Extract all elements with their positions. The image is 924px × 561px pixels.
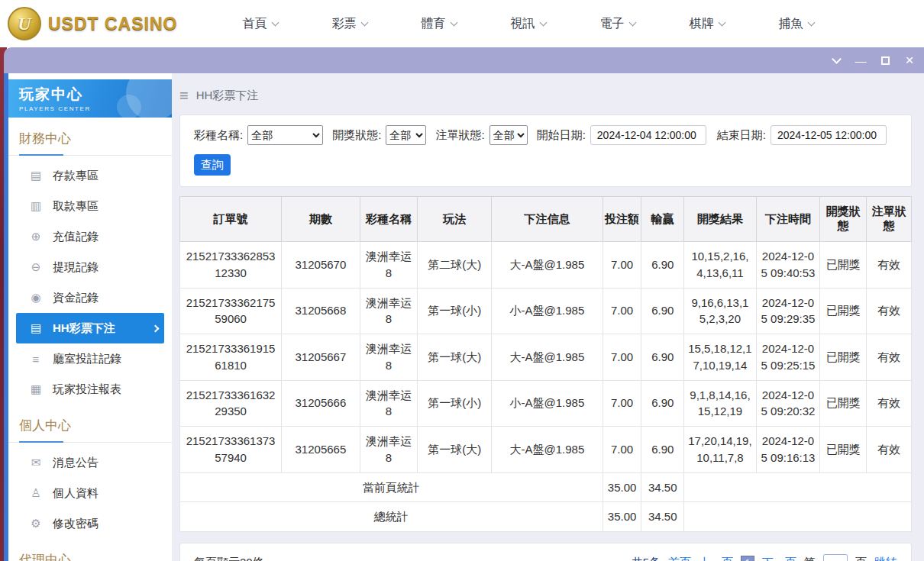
draw-status-select[interactable]: 全部 (386, 125, 426, 145)
table-cell: 9,1,8,14,16,15,12,19 (684, 380, 757, 427)
profile-icon: ♙ (28, 486, 44, 500)
summary-row: 總統計35.0034.50 (180, 502, 912, 532)
window-minimize-button[interactable]: — (854, 53, 867, 67)
jump-button[interactable]: 跳转 (874, 556, 897, 561)
table-cell: 第一球(小) (418, 380, 492, 427)
sidebar-item-label: HH彩票下注 (53, 321, 115, 336)
logo-text: USDT CASINO (48, 14, 177, 34)
table-row: 215217333616322935031205666澳洲幸运8第一球(小)小-… (180, 380, 912, 427)
cashout-record-icon: ⊖ (28, 260, 44, 274)
table-cell: 2024-12-05 09:16:13 (756, 427, 819, 473)
main-content: ≡ HH彩票下注 彩種名稱: 全部 開獎狀態: 全部 注單狀態: (172, 73, 924, 561)
bet-table-body: 215217333628531233031205670澳洲幸运8第二球(大)大-… (180, 242, 912, 532)
table-header-cell: 下注信息 (492, 197, 603, 242)
table-cell: 7.00 (603, 288, 641, 334)
sidebar-item-deposit[interactable]: ▤存款專區 (16, 160, 164, 191)
sidebar-item-cashout-record[interactable]: ⊖提現記錄 (16, 252, 164, 282)
nav-item-label: 棋牌 (689, 16, 713, 32)
table-cell: 7.00 (603, 334, 641, 381)
nav-item[interactable]: 電子 (573, 0, 662, 47)
logo[interactable]: U USDT CASINO (8, 7, 177, 40)
table-cell: 2152173336163229350 (180, 380, 282, 427)
table-cell: 6.90 (641, 334, 684, 381)
sidebar-item-label: 資金記錄 (53, 291, 99, 305)
nav-item-label: 彩票 (331, 16, 356, 32)
table-cell: 2024-12-05 09:29:35 (756, 288, 819, 334)
sidebar-sections: 財務中心▤存款專區▥取款專區⊕充值記錄⊖提現記錄◉資金記錄▤HH彩票下注≡廳室投… (8, 125, 172, 561)
filter-panel: 彩種名稱: 全部 開獎狀態: 全部 注單狀態: 全部 開始日期: (179, 114, 912, 187)
nav-item[interactable]: 視訊 (483, 0, 573, 47)
table-footer: 每頁顯示20條 共5条 首页 上一页 1 下一页 第 页 跳转 (179, 543, 912, 561)
logo-badge-icon: U (8, 7, 41, 40)
page-size-text: 每頁顯示20條 (194, 556, 264, 561)
table-cell: 17,20,14,19,10,11,7,8 (684, 427, 757, 473)
nav-item[interactable]: 彩票 (305, 0, 394, 47)
deposit-icon: ▤ (28, 169, 44, 182)
nav-item[interactable]: 首頁 (215, 0, 305, 47)
sidebar-item-profile[interactable]: ♙個人資料 (16, 478, 164, 508)
nav-item-label: 電子 (599, 16, 624, 32)
table-cell: 2152173336137357940 (180, 427, 282, 473)
table-cell: 已開獎 (820, 427, 867, 473)
end-date-input[interactable] (771, 125, 887, 145)
sidebar-item-announcements[interactable]: ✉消息公告 (16, 447, 164, 478)
table-header-cell: 玩法 (418, 197, 492, 242)
chevron-down-icon (629, 18, 637, 26)
menu-icon[interactable]: ≡ (179, 88, 189, 103)
sidebar-item-change-password[interactable]: ⚙修改密碼 (16, 508, 164, 539)
sidebar-item-lottery-bets[interactable]: ▤HH彩票下注 (16, 313, 164, 343)
sidebar-item-label: 廳室投註記錄 (53, 352, 121, 366)
table-header-cell: 訂單號 (180, 197, 282, 242)
sidebar-section-title: 代理中心 (8, 546, 172, 561)
sidebar-item-room-bets-record[interactable]: ≡廳室投註記錄 (16, 343, 164, 374)
nav-item[interactable]: 捕魚 (751, 0, 841, 47)
table-cell: 6.90 (641, 380, 684, 427)
table-row: 215217333628531233031205670澳洲幸运8第二球(大)大-… (180, 242, 912, 289)
sidebar-section: 個人中心✉消息公告♙個人資料⚙修改密碼 (8, 412, 172, 539)
window-body: 玩家中心 PLAYERS CENTER 財務中心▤存款專區▥取款專區⊕充值記錄⊖… (4, 73, 924, 561)
table-row: 215217333613735794031205665澳洲幸运8第一球(大)大-… (180, 427, 912, 473)
table-cell: 31205668 (282, 288, 360, 334)
sidebar-section-title: 財務中心 (8, 125, 172, 156)
next-page-link[interactable]: 下一页 (762, 556, 796, 561)
table-cell: 有效 (867, 288, 912, 334)
start-date-input[interactable] (590, 125, 706, 145)
table-header-cell: 下注時間 (756, 197, 819, 242)
sidebar: 玩家中心 PLAYERS CENTER 財務中心▤存款專區▥取款專區⊕充值記錄⊖… (8, 73, 172, 561)
window-collapse-button[interactable] (829, 53, 843, 67)
bet-status-filter-label: 注單狀態: (435, 128, 484, 143)
window-close-button[interactable]: × (903, 53, 916, 67)
table-cell: 已開獎 (820, 380, 867, 427)
table-cell: 小-A盤@1.985 (492, 380, 603, 427)
nav-item[interactable]: 棋牌 (662, 0, 751, 47)
table-header-cell: 輸贏 (641, 197, 684, 242)
sidebar-item-funds-record[interactable]: ◉資金記錄 (16, 282, 164, 313)
table-cell: 有效 (867, 334, 912, 381)
top-nav-items: 首頁彩票體育視訊電子棋牌捕魚 (215, 0, 841, 47)
table-cell: 第一球(大) (418, 427, 492, 473)
table-cell: 15,5,18,12,17,10,19,14 (684, 334, 757, 381)
end-date-label: 結束日期: (717, 128, 766, 143)
lottery-select[interactable]: 全部 (247, 125, 323, 145)
start-date-label: 開始日期: (537, 128, 586, 143)
nav-item[interactable]: 體育 (394, 0, 483, 47)
announcements-icon: ✉ (28, 456, 44, 469)
prev-page-link[interactable]: 上一页 (699, 556, 733, 561)
table-cell: 2152173336191561810 (180, 334, 282, 381)
chevron-down-icon (808, 18, 816, 26)
window-maximize-button[interactable] (878, 53, 892, 67)
bet-status-select[interactable]: 全部 (489, 125, 528, 145)
summary-label: 當前頁統計 (180, 472, 603, 502)
jump-page-input[interactable] (823, 554, 848, 561)
bets-report-icon: ▦ (28, 382, 44, 396)
first-page-link[interactable]: 首页 (668, 556, 691, 561)
funds-record-icon: ◉ (28, 291, 44, 305)
chevron-down-icon (361, 18, 369, 26)
total-count-text: 共5条 (632, 556, 661, 561)
sidebar-item-bets-report[interactable]: ▦玩家投注報表 (16, 374, 164, 405)
window-titlebar: — × (4, 47, 924, 73)
sidebar-item-withdraw[interactable]: ▥取款專區 (16, 191, 164, 221)
sidebar-item-recharge-record[interactable]: ⊕充值記錄 (16, 221, 164, 252)
current-page-indicator[interactable]: 1 (741, 556, 754, 561)
search-button[interactable]: 查詢 (194, 154, 231, 176)
